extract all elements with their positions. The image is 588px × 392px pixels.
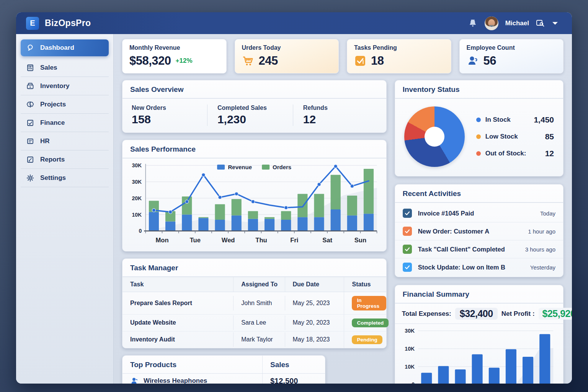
kpi-label: Employee Count [467, 44, 557, 51]
app-title: BizOpsPro [45, 18, 91, 28]
panel-title: Financial Summary [395, 285, 563, 304]
svg-text:Thu: Thu [255, 237, 267, 244]
list-item[interactable]: Wireless Heaphones $12,500 [122, 374, 325, 384]
inventory-icon [26, 82, 34, 90]
task-name: Prepare Sales Report [122, 296, 233, 310]
panel-title: Inventory Status [395, 80, 563, 99]
activity-time: 3 hours ago [525, 246, 555, 253]
sales-performance-chart[interactable]: Revenue Orders 010K20K30K30KMonTueWedThu… [122, 158, 386, 251]
task-assigned: Mark Taylor [233, 332, 284, 347]
list-item[interactable]: New Order: Customer A 1 hour ago [395, 222, 563, 240]
activity-time: Today [540, 210, 555, 217]
table-row[interactable]: Inventory Audit Mark Taylor May 18, 2023… [122, 332, 386, 348]
expenses-value: $32,400 [455, 308, 498, 320]
svg-text:10K: 10K [405, 364, 415, 370]
activity-text: New Order: Customer A [418, 228, 489, 235]
panel-title: Sales Performance [122, 140, 386, 158]
stat-refunds: Refunds 12 [293, 105, 379, 126]
sales-overview-panel: Sales Overview New Orders 158 Completed … [122, 80, 387, 133]
kpi-value: $58,320 [129, 54, 171, 68]
sidebar-item-label: Dashboard [40, 44, 74, 52]
profit-value: $25,920 [539, 308, 572, 320]
financial-chart[interactable]: 010K10K30KJanFebMarAprMayJun [395, 324, 563, 384]
topbar-actions: Michael [468, 16, 572, 30]
col-task: Task [122, 277, 233, 292]
sidebar-item-projects[interactable]: Projects [21, 95, 109, 114]
activity-text: Invoice #1045 Paid [418, 210, 474, 217]
sidebar-item-finance[interactable]: Finance [21, 114, 109, 132]
user-name: Michael [505, 20, 529, 27]
product-name: Wireless Heaphones [144, 377, 207, 384]
logo-letter: E [30, 19, 35, 28]
sidebar-item-label: Inventory [40, 82, 70, 90]
left-column: Sales Overview New Orders 158 Completed … [122, 80, 387, 384]
chevron-down-icon[interactable] [552, 21, 558, 25]
col-status: Status [344, 277, 386, 292]
list-item[interactable]: Invoice #1045 Paid Today [395, 204, 563, 222]
activity-text: Stock Update: Low on Item B [418, 264, 505, 271]
finance-icon [26, 119, 34, 127]
legend-orders: Orders [262, 164, 291, 170]
sidebar-item-sales[interactable]: Sales [21, 59, 109, 77]
stat-value: 1,230 [217, 113, 293, 126]
task-table-header: Task Assigned To Due Date Status [122, 277, 386, 292]
kpi-label: Tasks Pending [354, 44, 444, 51]
svg-text:10K: 10K [405, 346, 415, 352]
profile-badge-icon[interactable] [536, 19, 545, 28]
kpi-monthly-revenue[interactable]: Monthly Revenue $58,320 +12% [122, 39, 227, 74]
inventory-donut-chart[interactable] [404, 106, 465, 167]
task-due: May 25, 2023 [285, 296, 344, 310]
list-item[interactable]: Task "Call Client" Completed 3 hours ago [395, 240, 563, 258]
dashboard-columns: Sales Overview New Orders 158 Completed … [122, 80, 564, 384]
col-due: Due Date [285, 277, 344, 292]
table-row[interactable]: Prepare Sales Report John Smith May 25, … [122, 292, 386, 315]
task-name: Update Website [122, 315, 233, 330]
kpi-value: 245 [259, 54, 278, 68]
notifications-bell-icon[interactable] [468, 18, 478, 28]
sidebar-item-hr[interactable]: HR [21, 132, 109, 150]
list-item[interactable]: Stock Update: Low on Item B Yesterday [395, 258, 563, 276]
task-assigned: Sara Lee [233, 315, 284, 330]
task-assigned: John Smith [233, 296, 284, 310]
desktop-background: { "app": { "logo_letter": "E", "title": … [0, 0, 588, 392]
kpi-employee-count[interactable]: Employee Count 56 [459, 39, 564, 74]
sidebar-item-settings[interactable]: Settings [21, 169, 109, 187]
inventory-legend: In Stock 1,450 Low Stock 85 [476, 115, 554, 158]
status-badge: In Progress [352, 296, 386, 310]
activity-text: Task "Call Client" Completed [418, 246, 505, 253]
sidebar-item-inventory[interactable]: Inventory [21, 77, 109, 95]
svg-text:Sat: Sat [322, 237, 332, 244]
sidebar-item-label: Projects [40, 101, 66, 108]
stat-completed-sales: Completed Sales 1,230 [207, 105, 293, 126]
stat-new-orders: New Orders 158 [130, 105, 207, 126]
sidebar: Dashboard Sales Inventory Projects [16, 34, 114, 384]
top-navbar: E BizOpsPro Michael [16, 12, 572, 34]
col-assigned: Assigned To [233, 277, 284, 292]
svg-text:Mon: Mon [155, 237, 168, 244]
kpi-row: Monthly Revenue $58,320 +12% Urders Toda… [122, 39, 564, 74]
sidebar-item-reports[interactable]: Reports [21, 150, 109, 169]
tasks-checkbox-icon [354, 55, 366, 67]
sidebar-item-label: Sales [40, 64, 57, 72]
activity-check-icon [403, 245, 412, 254]
sales-icon [26, 64, 34, 72]
sales-performance-svg: 010K20K30K30KMonTueWedThuFriSatSun [127, 161, 382, 248]
kpi-orders-today[interactable]: Urders Today 245 [235, 39, 339, 74]
sidebar-item-label: Reports [40, 156, 65, 163]
svg-text:20K: 20K [132, 195, 142, 201]
legend-chip-orders [262, 165, 270, 170]
svg-text:30K: 30K [132, 162, 142, 168]
sidebar-item-label: Finance [40, 119, 65, 127]
sidebar-item-dashboard[interactable]: Dashboard [21, 39, 109, 56]
kpi-label: Monthly Revenue [129, 44, 219, 51]
table-row[interactable]: Update Website Sara Lee May 20, 2023 Com… [122, 315, 386, 332]
kpi-tasks-pending[interactable]: Tasks Pending 18 [347, 39, 451, 74]
brand: E BizOpsPro [16, 17, 114, 30]
main-content: Monthly Revenue $58,320 +12% Urders Toda… [114, 34, 572, 384]
chart-legend: Revenue Orders [217, 164, 291, 170]
legend-dot [476, 118, 481, 122]
stat-label: New Orders [132, 105, 207, 111]
avatar[interactable] [485, 16, 498, 30]
person-icon [130, 377, 139, 384]
stat-value: 12 [303, 113, 379, 126]
